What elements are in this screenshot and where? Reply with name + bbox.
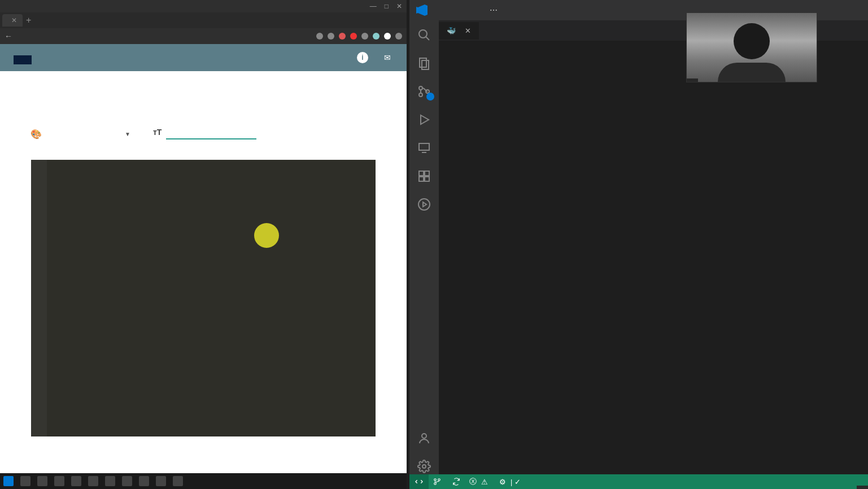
search-icon[interactable] [416, 27, 432, 43]
svg-point-5 [419, 93, 422, 97]
page-body: 🎨 ▼ тT [0, 71, 407, 436]
svg-rect-8 [419, 143, 429, 150]
controls-row: 🎨 ▼ тT [31, 122, 376, 139]
taskbar-vscode-icon[interactable] [71, 476, 81, 486]
editor-tab[interactable]: 🐳 ✕ [439, 22, 479, 40]
participant-name [687, 78, 698, 82]
url-bar: ← [0, 28, 407, 44]
settings-gear-icon[interactable] [416, 459, 432, 474]
win-minimize-icon[interactable]: — [370, 2, 377, 10]
ext-icon[interactable] [350, 33, 357, 40]
vscode-logo-icon [416, 5, 428, 16]
webex-participant-video [686, 12, 817, 82]
svg-marker-15 [423, 202, 426, 207]
chevron-down-icon: ▼ [125, 131, 130, 137]
problems[interactable]: ⓧ ⚠ [465, 477, 495, 487]
code-preview [31, 160, 376, 436]
svg-rect-12 [419, 177, 424, 181]
status-bar: ⓧ ⚠ ⚙ | ✓ [409, 474, 868, 489]
close-tab-icon[interactable]: ✕ [465, 27, 471, 35]
svg-point-19 [434, 483, 437, 485]
font-size-input[interactable] [166, 124, 256, 139]
ext-icon[interactable] [384, 33, 391, 40]
browser-tab-strip: ✕ + [0, 12, 407, 28]
menu-overflow-icon[interactable]: ⋯ [490, 6, 498, 15]
windows-taskbar [0, 473, 407, 489]
taskbar-chrome-icon[interactable] [88, 476, 98, 486]
start-button[interactable] [3, 476, 14, 486]
play-circle-icon[interactable] [416, 197, 432, 212]
source-control-icon[interactable] [416, 84, 432, 99]
extensions-icon[interactable] [416, 168, 432, 184]
sync-button[interactable] [448, 478, 465, 486]
mail-icon: ✉ [384, 53, 391, 62]
activity-bar [409, 20, 439, 474]
participant-body [718, 63, 786, 82]
browser-window: — □ ✕ ✕ + ← i [0, 0, 407, 489]
cursor-highlight [254, 223, 279, 248]
svg-point-17 [422, 465, 426, 468]
vscode-body: 🐳 ✕ [409, 20, 868, 474]
svg-rect-11 [425, 171, 429, 176]
svg-point-14 [418, 199, 430, 210]
browser-tab[interactable]: ✕ [2, 14, 23, 27]
line-gutter [439, 58, 474, 474]
text-size-icon: тT [153, 128, 162, 137]
ext-icon[interactable] [316, 33, 323, 40]
participant-count-badge[interactable] [857, 486, 868, 489]
svg-point-4 [419, 86, 422, 90]
svg-point-16 [422, 434, 426, 438]
contact-button[interactable]: ✉ [384, 53, 395, 62]
info-icon: i [357, 52, 368, 63]
taskbar-app-icon[interactable] [156, 476, 166, 486]
code-editor[interactable] [439, 58, 868, 474]
win-maximize-icon[interactable]: □ [385, 2, 389, 10]
svg-line-1 [426, 37, 429, 40]
ext-icon[interactable] [373, 33, 380, 40]
run-debug-icon[interactable] [416, 112, 432, 128]
taskbar-app-icon[interactable] [139, 476, 149, 486]
docker-file-icon: 🐳 [447, 27, 456, 35]
extension-icons [316, 33, 402, 40]
editor-group: 🐳 ✕ [439, 20, 868, 474]
code-body [47, 160, 54, 436]
git-branch[interactable] [429, 478, 448, 486]
explorer-icon[interactable] [416, 55, 432, 71]
taskbar-app-icon[interactable] [173, 476, 183, 486]
participant-head [734, 23, 770, 59]
svg-rect-10 [419, 171, 424, 176]
account-icon[interactable] [416, 430, 432, 446]
taskbar-taskview-icon[interactable] [37, 476, 47, 486]
svg-point-20 [438, 479, 440, 481]
ext-icon[interactable] [328, 33, 334, 40]
taskbar-search-icon[interactable] [20, 476, 30, 486]
svg-rect-2 [420, 58, 426, 67]
svg-point-18 [434, 479, 437, 481]
taskbar-app-icon[interactable] [105, 476, 115, 486]
language-server-status[interactable]: ⚙ | ✓ [495, 478, 527, 486]
back-button[interactable]: ← [5, 32, 12, 41]
browser-titlebar: — □ ✕ [0, 0, 407, 12]
taskbar-app-icon[interactable] [122, 476, 132, 486]
win-close-icon[interactable]: ✕ [396, 2, 402, 10]
svg-point-0 [419, 30, 427, 38]
ext-icon[interactable] [361, 33, 368, 40]
page-header: i ✉ [0, 44, 407, 71]
code-gutter [31, 160, 47, 436]
new-tab-button[interactable]: + [26, 15, 31, 25]
close-tab-icon[interactable]: ✕ [11, 16, 17, 24]
theme-select[interactable]: ▼ [46, 129, 130, 139]
ext-icon[interactable] [395, 33, 402, 40]
svg-marker-7 [421, 115, 429, 124]
remote-explorer-icon[interactable] [416, 140, 432, 156]
webex-watermark [14, 55, 32, 64]
how-to-use-button[interactable]: i [357, 52, 373, 63]
remote-indicator[interactable] [409, 474, 429, 489]
ext-icon[interactable] [339, 33, 346, 40]
taskbar-explorer-icon[interactable] [54, 476, 64, 486]
page-content: i ✉ 🎨 ▼ [0, 44, 407, 489]
theme-control: 🎨 ▼ [31, 126, 130, 139]
svg-rect-3 [422, 60, 429, 69]
palette-icon: 🎨 [31, 129, 41, 139]
font-control: тT [153, 122, 256, 139]
